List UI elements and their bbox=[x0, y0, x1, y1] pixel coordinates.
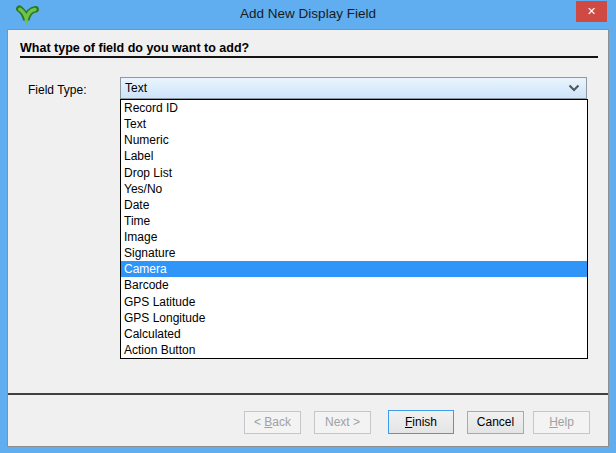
cancel-button[interactable]: Cancel bbox=[467, 411, 524, 434]
dropdown-item[interactable]: Time bbox=[121, 213, 587, 229]
combobox-value: Text bbox=[121, 81, 568, 95]
dropdown-item[interactable]: Numeric bbox=[121, 132, 587, 148]
add-new-display-field-dialog: Add New Display Field ✕ What type of fie… bbox=[0, 0, 616, 453]
finish-button[interactable]: Finish bbox=[388, 410, 454, 434]
dropdown-item[interactable]: Signature bbox=[121, 245, 587, 261]
dropdown-item[interactable]: Text bbox=[121, 116, 587, 132]
heading-separator bbox=[20, 56, 598, 58]
dropdown-list: Record IDTextNumericLabelDrop ListYes/No… bbox=[120, 99, 588, 359]
dropdown-item[interactable]: Barcode bbox=[121, 277, 587, 293]
field-type-label: Field Type: bbox=[28, 83, 86, 97]
dropdown-item[interactable]: Label bbox=[121, 148, 587, 164]
close-button[interactable]: ✕ bbox=[576, 1, 607, 22]
close-icon: ✕ bbox=[587, 5, 596, 17]
dropdown-item[interactable]: Drop List bbox=[121, 165, 587, 181]
dropdown-item[interactable]: Camera bbox=[121, 261, 587, 277]
dropdown-item[interactable]: Yes/No bbox=[121, 181, 587, 197]
chevron-down-icon bbox=[568, 84, 580, 92]
dropdown-item[interactable]: Date bbox=[121, 197, 587, 213]
dropdown-item[interactable]: GPS Latitude bbox=[121, 294, 587, 310]
dropdown-item[interactable]: Record ID bbox=[121, 100, 587, 116]
dropdown-item[interactable]: Calculated bbox=[121, 326, 587, 342]
back-button[interactable]: < Back bbox=[244, 411, 301, 434]
titlebar[interactable]: Add New Display Field ✕ bbox=[0, 0, 616, 29]
dropdown-item[interactable]: Action Button bbox=[121, 342, 587, 358]
dialog-question: What type of field do you want to add? bbox=[20, 41, 249, 55]
window-title: Add New Display Field bbox=[0, 0, 616, 28]
dropdown-item[interactable]: Image bbox=[121, 229, 587, 245]
help-button[interactable]: Help bbox=[533, 411, 590, 434]
footer-separator bbox=[8, 393, 608, 395]
field-type-combobox[interactable]: Text bbox=[120, 77, 587, 99]
dropdown-item[interactable]: GPS Longitude bbox=[121, 310, 587, 326]
next-button[interactable]: Next > bbox=[314, 411, 371, 434]
